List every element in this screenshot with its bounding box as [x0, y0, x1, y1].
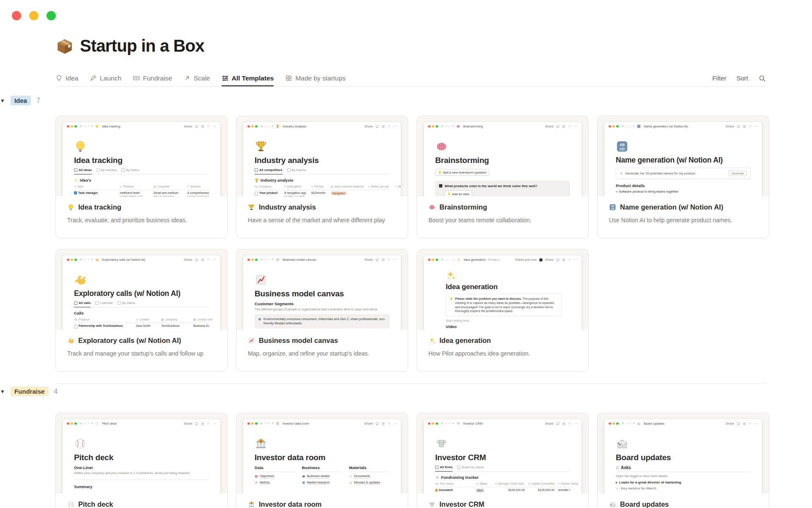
brain-emoji-icon [428, 204, 436, 211]
filter-button[interactable]: Filter [712, 75, 726, 82]
forward-icon: › [268, 258, 269, 262]
sort-button[interactable]: Sort [736, 75, 748, 82]
sparkles-emoji-icon [446, 270, 456, 280]
section-pill[interactable]: Fundraise [11, 387, 49, 396]
template-card-brainstorming[interactable]: ≡‹›+ Brainstorming Share☆⋯ Brainstorming… [417, 116, 589, 238]
mini-view-tab: Board by status [457, 465, 484, 469]
card-footer: Name generation (w/ Notion AI) Use Notio… [598, 196, 769, 238]
template-card-investor-crm[interactable]: ≡‹›+ Investor CRM Share☆⋯ Investor CRM A… [417, 413, 589, 508]
mini-traffic-lights [67, 125, 77, 128]
card-description: Boost your teams remote collaboration. [428, 217, 577, 224]
trophy-emoji-icon [255, 178, 259, 182]
forward-icon: › [88, 124, 89, 128]
light-bulb-emoji-icon [74, 140, 87, 153]
plus-icon: + [633, 124, 635, 128]
minimize-window-button[interactable] [29, 11, 38, 20]
mini-window-preview: ≡‹›+ Investor data room Share☆⋯ Investor… [243, 419, 401, 504]
mini-placeholder: Start writing here... [446, 319, 562, 323]
collapse-triangle-icon[interactable]: ▼ [0, 389, 5, 395]
search-icon[interactable] [758, 75, 766, 82]
edited-timestamp: Edited just now [515, 258, 537, 262]
mini-page-title: Board updates [616, 453, 751, 462]
mini-caption: Open the toggle to view more details. [616, 474, 751, 478]
section-header-fundraise: ▼ Fundraise 4 [0, 387, 58, 396]
clock-icon [743, 125, 746, 128]
chart-increasing-emoji-icon [255, 273, 267, 286]
collapse-triangle-icon[interactable]: ▼ [0, 98, 5, 104]
comment-icon [195, 258, 198, 262]
light-bulb-emoji-icon [447, 192, 451, 196]
template-card-investor-data-room[interactable]: ≡‹›+ Investor data room Share☆⋯ Investor… [236, 413, 408, 508]
mini-tab-title: Board updates [644, 422, 664, 425]
more-icon: ⋯ [393, 124, 397, 128]
trophy-emoji-icon [255, 140, 267, 153]
clock-icon [201, 422, 204, 425]
lightbulb-icon [55, 75, 63, 82]
template-card-idea-generation[interactable]: ≡←→ Idea generation Private ∨ Edited jus… [417, 249, 589, 372]
mini-window-preview: ≡‹›+ Business model canvas Share☆⋯ Busin… [243, 255, 401, 340]
zoom-window-button[interactable] [47, 11, 56, 20]
tab-label: Scale [194, 75, 210, 82]
back-icon: ‹ [265, 258, 266, 262]
mini-subheading: One-Liner [74, 465, 209, 470]
menu-icon: ≡ [80, 258, 82, 262]
tab-made-by-startups[interactable]: Made by startups [285, 70, 346, 86]
page-header: Startup in a Box [55, 36, 204, 55]
mini-page-title: Name generation (w/ Notion AI) [616, 156, 751, 165]
forward-icon: → [451, 258, 455, 262]
comment-icon [556, 422, 560, 425]
tab-fundraise[interactable]: Fundraise [133, 70, 172, 86]
more-icon: ⋯ [754, 422, 758, 425]
mini-view-tab: Calendar [95, 301, 112, 305]
menu-icon: ≡ [442, 258, 444, 262]
template-card-industry-analysis[interactable]: ≡‹›+ Industry analysis Share☆⋯ Industry … [236, 116, 408, 238]
tab-all-templates[interactable]: All Templates [222, 70, 274, 86]
comment-icon [556, 125, 560, 128]
mini-tab-title: Idea generation [464, 258, 486, 262]
mini-view-tab: All firms [435, 465, 453, 469]
template-card-business-model-canvas[interactable]: ≡‹›+ Business model canvas Share☆⋯ Busin… [236, 249, 408, 372]
abcd-emoji-icon [616, 140, 628, 153]
comment-icon [737, 422, 740, 425]
page-emoji-icon [349, 475, 352, 478]
chart-increasing-emoji-icon [616, 487, 619, 490]
star-icon: ☆ [749, 124, 752, 128]
mini-table-header: AaFirm name ⊙Status #Average Check Size … [435, 481, 570, 487]
bank-emoji-icon [255, 437, 267, 450]
mini-subheading: Video [446, 324, 562, 329]
template-card-idea-tracking[interactable]: ≡‹›+ Idea tracking Share☆⋯ Idea tracking… [55, 116, 228, 238]
card-description: Track and manage your startup's calls an… [67, 350, 216, 357]
back-icon: ‹ [84, 124, 85, 128]
menu-icon: ≡ [442, 124, 444, 128]
template-card-pitch-deck[interactable]: ≡‹›+ Pitch deck Share☆⋯ Pitch deck One-L… [55, 413, 228, 508]
arrow-up-right-icon [184, 75, 191, 82]
menu-icon: ≡ [261, 422, 263, 425]
tab-idea[interactable]: Idea [55, 70, 78, 86]
star-icon: ☆ [387, 422, 391, 425]
tab-launch[interactable]: Launch [90, 70, 121, 86]
money-with-wings-icon [133, 75, 140, 82]
money-with-wings-emoji-icon [435, 475, 439, 480]
card-title: Board updates [620, 500, 669, 508]
template-card-name-generation[interactable]: ≡‹›+ Name generation (w/ Notion AI) Shar… [597, 116, 769, 238]
card-footer: Board updates [598, 494, 769, 508]
mini-browser-chrome: ≡‹›+ Idea tracking Share☆⋯ [63, 122, 220, 131]
mini-toggle-item: ▸Leads for a great director of marketing [616, 480, 751, 484]
forward-icon: › [629, 124, 631, 128]
mini-subheading: Asks [616, 465, 751, 472]
mini-subheading: Summary [74, 484, 209, 489]
globe-emoji-icon [302, 481, 305, 484]
comment-icon [556, 258, 560, 262]
template-card-board-updates[interactable]: ≡‹›+ Board updates Share☆⋯ Board updates… [597, 413, 769, 508]
close-window-button[interactable] [12, 11, 21, 20]
tab-scale[interactable]: Scale [184, 70, 210, 86]
mini-window-preview: ≡‹›+ Exploratory calls (w/ Notion AI) Sh… [63, 255, 220, 340]
template-card-exploratory-calls[interactable]: ≡‹›+ Exploratory calls (w/ Notion AI) Sh… [55, 249, 228, 372]
mini-tab-title: Name generation (w/ Notion AI) [644, 124, 688, 128]
mini-column-data: Data Objectives Metrics [255, 465, 295, 485]
section-pill[interactable]: Idea [11, 96, 31, 105]
forward-icon: › [449, 124, 450, 128]
sparkles-emoji-icon [74, 178, 78, 182]
mini-bullet-item: •Software product to bring teams togethe… [616, 190, 751, 193]
mini-page-title: Idea generation [446, 283, 562, 291]
